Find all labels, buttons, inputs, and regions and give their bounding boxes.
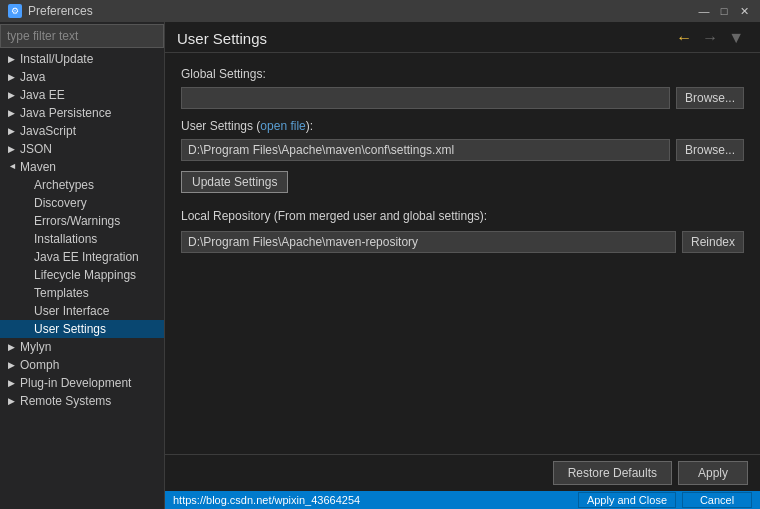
title-bar: ⚙ Preferences — □ ✕ xyxy=(0,0,760,22)
sidebar-item-java[interactable]: ▶Java xyxy=(0,68,164,86)
sidebar-item-user-interface[interactable]: User Interface xyxy=(0,302,164,320)
sidebar-item-label: Java EE Integration xyxy=(34,250,139,264)
sidebar-item-templates[interactable]: Templates xyxy=(0,284,164,302)
bottom-bar: https://blog.csdn.net/wpixin_43664254 Ap… xyxy=(165,491,760,509)
expand-arrow: ▶ xyxy=(8,90,18,100)
sidebar-item-discovery[interactable]: Discovery xyxy=(0,194,164,212)
main-container: ▶Install/Update▶Java▶Java EE▶Java Persis… xyxy=(0,22,760,509)
footer-buttons: Restore Defaults Apply xyxy=(177,461,748,485)
sidebar-item-javascript[interactable]: ▶JavaScript xyxy=(0,122,164,140)
content-header: User Settings ← → ▼ xyxy=(165,22,760,53)
sidebar-item-label: Discovery xyxy=(34,196,87,210)
apply-and-close-button[interactable]: Apply and Close xyxy=(578,492,676,508)
sidebar-item-label: Mylyn xyxy=(20,340,51,354)
sidebar-item-label: Java EE xyxy=(20,88,65,102)
sidebar-item-errors-warnings[interactable]: Errors/Warnings xyxy=(0,212,164,230)
cancel-button[interactable]: Cancel xyxy=(682,492,752,508)
dropdown-button[interactable]: ▼ xyxy=(724,28,748,48)
maximize-button[interactable]: □ xyxy=(716,3,732,19)
user-browse-button[interactable]: Browse... xyxy=(676,139,744,161)
sidebar-item-java-ee[interactable]: ▶Java EE xyxy=(0,86,164,104)
expand-arrow: ▶ xyxy=(8,108,18,118)
global-browse-button[interactable]: Browse... xyxy=(676,87,744,109)
sidebar-item-java-persistence[interactable]: ▶Java Persistence xyxy=(0,104,164,122)
nav-arrows: ← → ▼ xyxy=(672,28,748,48)
status-url: https://blog.csdn.net/wpixin_43664254 xyxy=(173,494,360,506)
local-repo-row: Reindex xyxy=(181,231,744,253)
app-icon: ⚙ xyxy=(8,4,22,18)
user-settings-row: Browse... xyxy=(181,139,744,161)
forward-button[interactable]: → xyxy=(698,28,722,48)
sidebar-item-label: User Interface xyxy=(34,304,109,318)
restore-defaults-button[interactable]: Restore Defaults xyxy=(553,461,672,485)
sidebar-item-label: Errors/Warnings xyxy=(34,214,120,228)
sidebar: ▶Install/Update▶Java▶Java EE▶Java Persis… xyxy=(0,22,165,509)
sidebar-item-mylyn[interactable]: ▶Mylyn xyxy=(0,338,164,356)
expand-arrow: ▼ xyxy=(8,162,18,172)
sidebar-item-json[interactable]: ▶JSON xyxy=(0,140,164,158)
sidebar-item-label: Installations xyxy=(34,232,97,246)
sidebar-item-label: JavaScript xyxy=(20,124,76,138)
close-button[interactable]: ✕ xyxy=(736,3,752,19)
expand-arrow: ▶ xyxy=(8,72,18,82)
sidebar-item-label: JSON xyxy=(20,142,52,156)
reindex-button[interactable]: Reindex xyxy=(682,231,744,253)
sidebar-item-label: User Settings xyxy=(34,322,106,336)
expand-arrow: ▶ xyxy=(8,360,18,370)
sidebar-item-lifecycle-mappings[interactable]: Lifecycle Mappings xyxy=(0,266,164,284)
sidebar-item-archetypes[interactable]: Archetypes xyxy=(0,176,164,194)
minimize-button[interactable]: — xyxy=(696,3,712,19)
filter-input[interactable] xyxy=(0,24,164,48)
sidebar-item-label: Java xyxy=(20,70,45,84)
expand-arrow: ▶ xyxy=(8,396,18,406)
sidebar-item-label: Lifecycle Mappings xyxy=(34,268,136,282)
update-settings-button[interactable]: Update Settings xyxy=(181,171,288,193)
window-controls: — □ ✕ xyxy=(696,3,752,19)
local-repo-input[interactable] xyxy=(181,231,676,253)
bottom-bar-right: Apply and Close Cancel xyxy=(578,492,752,508)
content-panel: User Settings ← → ▼ Global Settings: Bro… xyxy=(165,22,760,509)
expand-arrow: ▶ xyxy=(8,54,18,64)
sidebar-item-user-settings[interactable]: User Settings xyxy=(0,320,164,338)
sidebar-item-java-ee-integration[interactable]: Java EE Integration xyxy=(0,248,164,266)
global-settings-label: Global Settings: xyxy=(181,67,744,81)
sidebar-item-label: Plug-in Development xyxy=(20,376,131,390)
apply-button[interactable]: Apply xyxy=(678,461,748,485)
sidebar-item-label: Install/Update xyxy=(20,52,93,66)
open-file-link[interactable]: open file xyxy=(260,119,305,133)
back-button[interactable]: ← xyxy=(672,28,696,48)
user-settings-label: User Settings (open file): xyxy=(181,119,744,133)
sidebar-item-installations[interactable]: Installations xyxy=(0,230,164,248)
sidebar-item-label: Archetypes xyxy=(34,178,94,192)
sidebar-item-label: Java Persistence xyxy=(20,106,111,120)
global-settings-input[interactable] xyxy=(181,87,670,109)
sidebar-item-label: Oomph xyxy=(20,358,59,372)
local-repo-label: Local Repository (From merged user and g… xyxy=(181,209,744,223)
sidebar-item-install-update[interactable]: ▶Install/Update xyxy=(0,50,164,68)
sidebar-item-label: Remote Systems xyxy=(20,394,111,408)
expand-arrow: ▶ xyxy=(8,144,18,154)
title-bar-left: ⚙ Preferences xyxy=(8,4,93,18)
window-title: Preferences xyxy=(28,4,93,18)
sidebar-item-label: Maven xyxy=(20,160,56,174)
page-title: User Settings xyxy=(177,30,267,47)
sidebar-item-remote-systems[interactable]: ▶Remote Systems xyxy=(0,392,164,410)
sidebar-item-label: Templates xyxy=(34,286,89,300)
sidebar-item-plug-in-development[interactable]: ▶Plug-in Development xyxy=(0,374,164,392)
expand-arrow: ▶ xyxy=(8,342,18,352)
settings-body: Global Settings: Browse... User Settings… xyxy=(165,53,760,454)
footer: Restore Defaults Apply xyxy=(165,454,760,491)
global-settings-row: Browse... xyxy=(181,87,744,109)
expand-arrow: ▶ xyxy=(8,126,18,136)
sidebar-item-oomph[interactable]: ▶Oomph xyxy=(0,356,164,374)
expand-arrow: ▶ xyxy=(8,378,18,388)
user-settings-input[interactable] xyxy=(181,139,670,161)
sidebar-item-maven[interactable]: ▼Maven xyxy=(0,158,164,176)
